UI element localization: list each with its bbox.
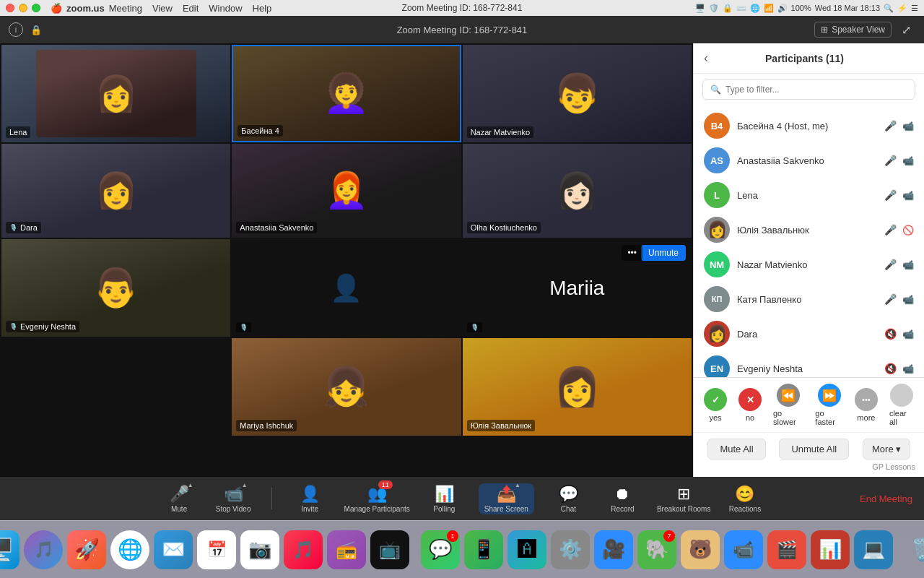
dock-facetime[interactable]: 📱 (464, 530, 503, 569)
share-screen-caret: ▲ (515, 482, 520, 488)
reactions-tool[interactable]: 😊 Reactions (725, 485, 764, 513)
speaker-view-label: Speaker View (832, 25, 885, 35)
menu-meeting[interactable]: Meeting (109, 3, 142, 14)
list-item[interactable]: B4 Басейна 4 (Host, me) 🎤 📹 (694, 108, 924, 143)
dock-finder[interactable]: 🖥️ (0, 530, 19, 569)
video-cell-dara[interactable]: 👩 🎙️ Dara (1, 144, 230, 238)
dock-evernote[interactable]: 🐘 7 (637, 530, 676, 569)
list-item[interactable]: EN Evgeniy Neshta 🔇 📹 (694, 351, 924, 377)
dock-trash[interactable]: 🗑️ (905, 530, 924, 569)
record-tool[interactable]: ⏺ Record (603, 485, 642, 513)
list-item[interactable]: AS Anastasiia Sakvenko 🎤 📹 (694, 143, 924, 178)
dock-another[interactable]: 💻 (854, 530, 893, 569)
video-cell-baseyna4[interactable]: 👩‍🦱 Басейна 4 (232, 45, 461, 142)
unmute-button[interactable]: Unmute (641, 245, 686, 261)
video-icon: 📹 (902, 294, 914, 305)
video-cell-olha[interactable]: 👩🏻 Olha Kostiuchenko (463, 144, 692, 238)
invite-tool[interactable]: 👤 Invite (290, 485, 330, 513)
video-cell-lena[interactable]: 👩 Lena (1, 45, 230, 142)
toolbar: 🎤 ▲ Mute 📹 ▲ Stop Video 👤 Invite 👥 11 Ma… (0, 477, 924, 520)
unmute-all-button[interactable]: Unmute All (779, 439, 849, 460)
reaction-yes[interactable]: ✓ yes (704, 388, 727, 422)
chat-tool[interactable]: 💬 Chat (549, 485, 588, 513)
menu-window[interactable]: Window (209, 3, 242, 14)
dock-chrome[interactable]: 🌐 (110, 530, 149, 569)
share-screen-tool[interactable]: 📤 ▲ Share Screen (479, 483, 534, 514)
meeting-id-title: Zoom Meeting ID: 168-772-841 (397, 25, 528, 35)
avatar: NM (704, 251, 730, 277)
more-options-button[interactable]: ••• (622, 245, 642, 261)
dock-siri[interactable]: 🎵 (24, 530, 63, 569)
panel-footer: Mute All Unmute All More ▾ (694, 432, 924, 465)
dock-zoom[interactable]: 🎥 (594, 530, 633, 569)
dock-appletv[interactable]: 📺 (370, 530, 409, 569)
reaction-go-faster[interactable]: ⏩ go faster (815, 384, 843, 426)
filter-input[interactable] (725, 85, 907, 95)
more-panel-button[interactable]: More ▾ (863, 439, 910, 460)
dock-systemprefs[interactable]: ⚙️ (551, 530, 590, 569)
mic-icon: 🎤 (884, 189, 897, 201)
polling-tool[interactable]: 📊 Polling (424, 485, 464, 513)
participant-label-mariya: Mariya Ishchuk (236, 420, 297, 431)
video-cell-mariia[interactable]: Unmute ••• Mariia 🎙️ (463, 239, 692, 337)
clear-icon (890, 384, 913, 407)
title-bar-right: 🖥️🛡️🔒⌨️🌐📶🔊 100% Wed 18 Mar 18:13 🔍⚡☰ (695, 4, 918, 13)
mic-off-icon-dara: 🎙️ (9, 224, 17, 231)
list-item[interactable]: КП Катя Павленко 🎤 📹 (694, 282, 924, 316)
dock-podcasts[interactable]: 📻 (327, 530, 366, 569)
stop-video-tool[interactable]: 📹 ▲ Stop Video (214, 485, 253, 513)
dock-photos[interactable]: 📷 (240, 530, 279, 569)
reaction-no[interactable]: ✕ no (738, 388, 762, 422)
video-cell-nazar[interactable]: 👦 Nazar Matvienko (463, 45, 692, 142)
participant-name-text: Dara (737, 329, 877, 340)
dock-launchpad[interactable]: 🚀 (67, 530, 106, 569)
video-cell-evgeniy[interactable]: 👨 🎙️ Evgeniy Neshta (1, 239, 230, 337)
end-meeting-button[interactable]: End Meeting (860, 493, 912, 504)
mute-all-button[interactable]: Mute All (707, 439, 765, 460)
reactions-icon: 😊 (735, 485, 754, 504)
menu-edit[interactable]: Edit (183, 3, 199, 14)
menu-view[interactable]: View (152, 3, 173, 14)
video-cell-mariya[interactable]: 👧 Mariya Ishchuk (232, 338, 461, 436)
reaction-go-slower[interactable]: ⏪ go slower (773, 384, 803, 426)
fullscreen-button[interactable] (32, 4, 40, 12)
dock-music[interactable]: 🎵 (284, 530, 323, 569)
list-item[interactable]: 👩 Юлія Завальнюк 🎤 🚫 (694, 212, 924, 247)
dock-mail[interactable]: ✉️ (154, 530, 193, 569)
dock-messages[interactable]: 💬 1 (421, 530, 460, 569)
manage-participants-tool[interactable]: 👥 11 Manage Participants (344, 485, 410, 513)
dock-calendar[interactable]: 📅 (197, 530, 236, 569)
dock-bear[interactable]: 🐻 (681, 530, 720, 569)
minimize-button[interactable] (19, 4, 27, 12)
participant-controls: 🎤 📹 (884, 120, 914, 131)
lena-name: Lena (9, 128, 27, 137)
dock-screenrec[interactable]: 🎬 (767, 530, 806, 569)
video-cell-anastasiia[interactable]: 👩‍🦰 Anastasiia Sakvenko (232, 144, 461, 238)
list-item[interactable]: NM Nazar Matvienko 🎤 📹 (694, 247, 924, 282)
close-button[interactable] (6, 4, 14, 12)
breakout-rooms-tool[interactable]: ⊞ Breakout Rooms (657, 485, 710, 513)
speaker-view-button[interactable]: ⊞ Speaker View (814, 22, 892, 38)
fullscreen-icon[interactable]: ⤢ (897, 22, 915, 38)
mic-muted-icon: 🔇 (884, 363, 897, 374)
participant-info: Nazar Matvienko (737, 259, 877, 270)
reaction-clear-all[interactable]: clear all (889, 384, 914, 426)
yes-label: yes (709, 413, 721, 422)
record-icon: ⏺ (614, 485, 630, 504)
video-icon: 📹 (902, 190, 914, 201)
menu-help[interactable]: Help (253, 3, 272, 14)
mute-tool[interactable]: 🎤 ▲ Mute (160, 485, 199, 513)
dock-zoom2[interactable]: 📹 (724, 530, 763, 569)
dock-appstore[interactable]: 🅰 (507, 530, 546, 569)
video-cell-unknown[interactable]: 👤 🎙️ (232, 239, 461, 337)
list-item[interactable]: L Lena 🎤 📹 (694, 178, 924, 212)
list-item[interactable]: 👩 Dara 🔇 📹 (694, 316, 924, 351)
panel-collapse-button[interactable]: ‹ (704, 51, 708, 66)
info-button[interactable]: i (9, 22, 23, 37)
dock-powerpoint[interactable]: 📊 (811, 530, 850, 569)
participant-controls: 🎤 📹 (884, 259, 914, 270)
reaction-more[interactable]: ••• more (855, 388, 878, 422)
faster-icon: ⏩ (818, 384, 841, 407)
avatar: 👩 (704, 321, 730, 347)
video-cell-yulia[interactable]: 👩 Юлія Завальнюк (463, 338, 692, 436)
